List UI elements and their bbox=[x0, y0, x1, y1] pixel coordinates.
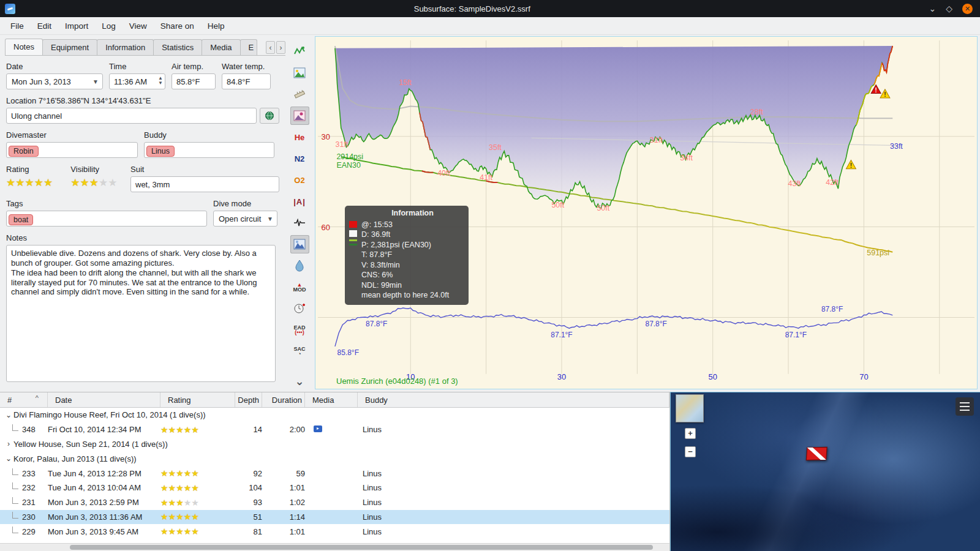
overview-mini-map[interactable] bbox=[676, 394, 704, 422]
visibility-stars[interactable]: ★★★★★ bbox=[70, 176, 124, 189]
star-icon: ★ bbox=[70, 177, 80, 189]
column-media[interactable]: Media bbox=[305, 392, 358, 407]
location-input[interactable] bbox=[6, 108, 257, 124]
collapse-arrow-icon[interactable]: ⌄ bbox=[4, 454, 13, 463]
star-icon: ★ bbox=[191, 512, 199, 522]
sac-button[interactable]: SAC ◔ bbox=[290, 342, 309, 361]
ruler-icon[interactable] bbox=[290, 85, 309, 103]
column-rating[interactable]: Rating bbox=[160, 392, 235, 407]
dive-row[interactable]: 231Mon Jun 3, 2013 2:59 PM★★★★★931:02Lin… bbox=[0, 495, 669, 510]
scrollbar-thumb[interactable] bbox=[70, 545, 653, 550]
horizontal-scrollbar[interactable] bbox=[0, 543, 669, 551]
maximize-button[interactable]: ◇ bbox=[946, 4, 952, 13]
column-depth[interactable]: Depth bbox=[235, 392, 262, 407]
dive-row[interactable]: 233Tue Jun 4, 2013 12:28 PM★★★★★9259Linu… bbox=[0, 466, 669, 481]
menu-log[interactable]: Log bbox=[95, 18, 123, 34]
notes-textarea[interactable]: Unbelievable dive. Dozens and dozens of … bbox=[6, 245, 276, 382]
trip-row[interactable]: ⌄Divi Flamingo House Reef, Fri Oct 10, 2… bbox=[0, 408, 669, 422]
ead-button[interactable]: EAD (•••) bbox=[290, 321, 309, 339]
tab-information[interactable]: Information bbox=[97, 39, 154, 55]
zoom-in-button[interactable]: + bbox=[685, 428, 696, 439]
close-button[interactable]: ✕ bbox=[962, 4, 973, 14]
svg-text:31ft: 31ft bbox=[650, 136, 663, 144]
tank-pressure-button[interactable]: |A| bbox=[290, 192, 309, 211]
collapse-panel-chevron-icon[interactable]: ⌄ bbox=[290, 372, 309, 391]
trip-row[interactable]: ⌄Koror, Palau, Jun 2013 (11 dive(s)) bbox=[0, 451, 669, 466]
helium-graph-button[interactable]: He bbox=[290, 128, 309, 146]
divemaster-label: Divemaster bbox=[6, 130, 138, 140]
info-legend-swatches bbox=[349, 221, 357, 246]
expand-arrow-icon[interactable]: › bbox=[4, 440, 13, 448]
time-input[interactable] bbox=[109, 73, 165, 89]
menu-edit[interactable]: Edit bbox=[31, 18, 58, 34]
dive-row[interactable]: 229Mon Jun 3, 2013 9:45 AM★★★★★811:01Lin… bbox=[0, 524, 669, 539]
mod-button[interactable]: ▲ MOD bbox=[290, 278, 309, 296]
zoom-out-button[interactable]: − bbox=[685, 446, 696, 457]
dive-site-map[interactable]: + − bbox=[670, 392, 980, 551]
tab-statistics[interactable]: Statistics bbox=[153, 39, 202, 55]
nitrogen-graph-button[interactable]: N2 bbox=[290, 149, 309, 168]
column-duration[interactable]: Duration bbox=[262, 392, 305, 407]
column-date[interactable]: Date bbox=[48, 392, 160, 407]
menu-view[interactable]: View bbox=[123, 18, 154, 34]
date-combobox[interactable]: Mon Jun 3, 2013▼ bbox=[6, 73, 103, 89]
dive-row[interactable]: 348Fri Oct 10, 2014 12:34 PM★★★★★142:00L… bbox=[0, 422, 669, 437]
map-menu-button[interactable] bbox=[956, 397, 974, 416]
tab-scroll-right-icon[interactable]: › bbox=[276, 41, 285, 54]
dive-rating-stars: ★★★★★ bbox=[160, 425, 235, 435]
heart-rate-button[interactable] bbox=[290, 214, 309, 232]
sort-ascending-icon: ^ bbox=[36, 394, 39, 402]
star-icon: ★ bbox=[191, 468, 199, 478]
time-spinner[interactable]: ▲▼ bbox=[158, 76, 163, 86]
show-photos-toggle-icon[interactable] bbox=[290, 107, 309, 125]
divemaster-chip[interactable]: Robin bbox=[9, 146, 39, 157]
dive-mode-select[interactable]: Open circuit▼ bbox=[213, 211, 277, 227]
tab-scroll-left-icon[interactable]: ‹ bbox=[266, 41, 275, 54]
divemaster-field[interactable]: Robin bbox=[6, 142, 138, 158]
trip-row[interactable]: ›Yellow House, Sun Sep 21, 2014 (1 dive(… bbox=[0, 437, 669, 452]
tree-branch bbox=[12, 424, 18, 431]
tab-extra[interactable]: E bbox=[240, 39, 257, 55]
tags-field[interactable]: boat bbox=[6, 211, 207, 227]
dive-info-panel: Notes Equipment Information Statistics M… bbox=[0, 35, 285, 392]
photos-icon[interactable] bbox=[290, 64, 309, 82]
suit-input[interactable] bbox=[130, 176, 279, 192]
air-temp-input[interactable] bbox=[172, 73, 216, 89]
rating-stars[interactable]: ★★★★★ bbox=[6, 176, 64, 189]
minimize-button[interactable]: ⌄ bbox=[929, 4, 936, 13]
ceiling-bubble-icon[interactable] bbox=[290, 257, 309, 275]
svg-text:!: ! bbox=[875, 86, 876, 93]
dive-computer-graph-icon[interactable] bbox=[290, 42, 309, 61]
svg-text:87.1°F: 87.1°F bbox=[551, 331, 572, 339]
globe-icon[interactable] bbox=[260, 108, 279, 124]
dive-profile-panel[interactable]: 10305070306015ft31ft35ft40ft41ft50ft50ft… bbox=[315, 36, 978, 389]
menu-import[interactable]: Import bbox=[58, 18, 95, 34]
media-icon[interactable] bbox=[314, 425, 322, 432]
buddy-chip[interactable]: Linus bbox=[146, 146, 175, 157]
trip-label: Divi Flamingo House Reef, Fri Oct 10, 20… bbox=[13, 410, 206, 419]
star-icon: ★ bbox=[184, 483, 192, 493]
ndl-clock-button[interactable] bbox=[290, 299, 309, 318]
column-number[interactable]: #^ bbox=[0, 392, 48, 407]
buddy-field[interactable]: Linus bbox=[144, 142, 274, 158]
dive-row[interactable]: 230Mon Jun 3, 2013 11:36 AM★★★★★511:14Li… bbox=[0, 510, 669, 525]
star-icon: ★ bbox=[160, 468, 168, 478]
menu-file[interactable]: File bbox=[4, 18, 31, 34]
info-box-line: mean depth to here 24.0ft bbox=[361, 290, 464, 301]
menu-help[interactable]: Help bbox=[201, 18, 232, 34]
collapse-arrow-icon[interactable]: ⌄ bbox=[4, 411, 13, 419]
tag-chip[interactable]: boat bbox=[9, 214, 33, 225]
tab-equipment[interactable]: Equipment bbox=[42, 39, 97, 55]
tab-media[interactable]: Media bbox=[202, 39, 240, 55]
dive-flag-marker[interactable] bbox=[804, 443, 832, 468]
tab-notes[interactable]: Notes bbox=[5, 39, 43, 55]
svg-text:40ft: 40ft bbox=[437, 169, 450, 178]
oxygen-graph-button[interactable]: O2 bbox=[290, 171, 309, 189]
picture-overlay-toggle-icon[interactable] bbox=[290, 235, 309, 253]
time-label: Time bbox=[109, 62, 165, 71]
menu-share-on[interactable]: Share on bbox=[154, 18, 201, 34]
water-temp-input[interactable] bbox=[222, 73, 271, 89]
dive-row[interactable]: 232Tue Jun 4, 2013 10:04 AM★★★★★1041:01L… bbox=[0, 481, 669, 495]
info-box-title: Information bbox=[361, 208, 464, 219]
column-buddy[interactable]: Buddy bbox=[358, 392, 669, 407]
